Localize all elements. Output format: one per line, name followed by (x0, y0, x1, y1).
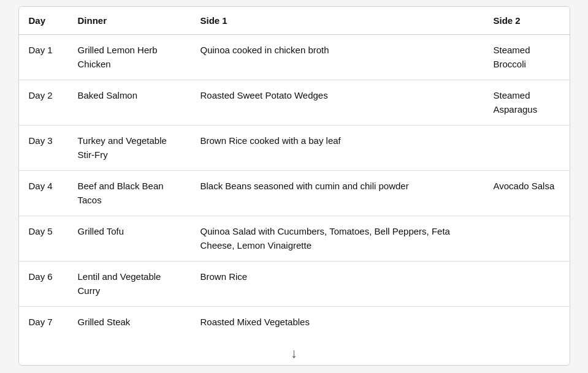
cell-day: Day 6 (19, 262, 68, 307)
meal-plan-table: Day Dinner Side 1 Side 2 Day 1Grilled Le… (19, 7, 570, 338)
cell-dinner: Grilled Steak (68, 307, 191, 338)
table-row: Day 5Grilled TofuQuinoa Salad with Cucum… (19, 216, 570, 262)
cell-side1: Brown Rice cooked with a bay leaf (191, 126, 484, 171)
cell-dinner: Lentil and Vegetable Curry (68, 262, 191, 307)
table-row: Day 1Grilled Lemon Herb ChickenQuinoa co… (19, 35, 570, 80)
cell-side1: Quinoa cooked in chicken broth (191, 35, 484, 80)
cell-day: Day 2 (19, 80, 68, 126)
bottom-bar: ↓ (19, 338, 570, 365)
cell-side1: Black Beans seasoned with cumin and chil… (191, 171, 484, 216)
cell-side1: Brown Rice (191, 262, 484, 307)
cell-dinner: Turkey and Vegetable Stir-Fry (68, 126, 191, 171)
table-row: Day 4Beef and Black Bean TacosBlack Bean… (19, 171, 570, 216)
cell-day: Day 5 (19, 216, 68, 262)
cell-side2: Steamed Broccoli (484, 35, 570, 80)
cell-side2 (484, 216, 570, 262)
table-row: Day 3Turkey and Vegetable Stir-FryBrown … (19, 126, 570, 171)
table-row: Day 7Grilled SteakRoasted Mixed Vegetabl… (19, 307, 570, 338)
cell-day: Day 4 (19, 171, 68, 216)
cell-side1: Roasted Sweet Potato Wedges (191, 80, 484, 126)
header-side2: Side 2 (484, 7, 570, 35)
cell-dinner: Baked Salmon (68, 80, 191, 126)
table-row: Day 6Lentil and Vegetable CurryBrown Ric… (19, 262, 570, 307)
meal-plan-table-container: Day Dinner Side 1 Side 2 Day 1Grilled Le… (18, 6, 570, 366)
cell-dinner: Beef and Black Bean Tacos (68, 171, 191, 216)
cell-side2 (484, 126, 570, 171)
cell-side2 (484, 262, 570, 307)
cell-day: Day 1 (19, 35, 68, 80)
table-header-row: Day Dinner Side 1 Side 2 (19, 7, 570, 35)
cell-day: Day 7 (19, 307, 68, 338)
cell-side2: Avocado Salsa (484, 171, 570, 216)
header-day: Day (19, 7, 68, 35)
cell-dinner: Grilled Tofu (68, 216, 191, 262)
cell-side2: Steamed Asparagus (484, 80, 570, 126)
header-side1: Side 1 (191, 7, 484, 35)
cell-side1: Quinoa Salad with Cucumbers, Tomatoes, B… (191, 216, 484, 262)
header-dinner: Dinner (68, 7, 191, 35)
cell-side2 (484, 307, 570, 338)
download-icon[interactable]: ↓ (291, 345, 297, 361)
cell-side1: Roasted Mixed Vegetables (191, 307, 484, 338)
table-row: Day 2Baked SalmonRoasted Sweet Potato We… (19, 80, 570, 126)
cell-day: Day 3 (19, 126, 68, 171)
cell-dinner: Grilled Lemon Herb Chicken (68, 35, 191, 80)
